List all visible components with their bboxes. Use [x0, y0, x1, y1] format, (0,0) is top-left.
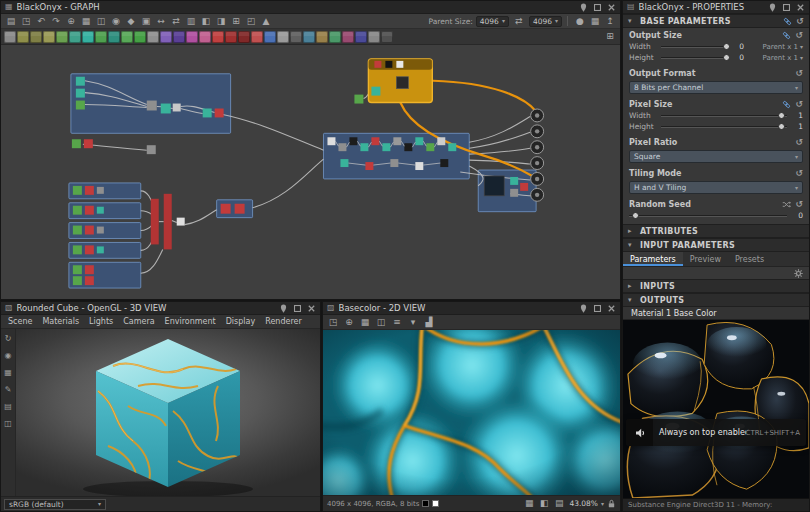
create-node-icon[interactable]: ◆: [124, 15, 138, 28]
node-type-perlin[interactable]: [238, 31, 250, 43]
white-background-swatch[interactable]: [432, 500, 439, 507]
node-type-uniform-color[interactable]: [4, 31, 16, 43]
node-type-warp[interactable]: [95, 31, 107, 43]
palette-grid-icon[interactable]: ⊞: [603, 30, 617, 43]
menu-item[interactable]: Display: [221, 317, 261, 326]
slider-track[interactable]: [629, 211, 787, 220]
section-inputs[interactable]: ▸ INPUTS: [623, 279, 809, 293]
tab-preview[interactable]: Preview: [683, 252, 728, 266]
tab-parameters[interactable]: Parameters: [623, 252, 683, 266]
frame-selection-icon[interactable]: ▣: [139, 15, 153, 28]
node-type-normal[interactable]: [121, 31, 133, 43]
pixel-ratio-dropdown[interactable]: Square ▾: [629, 150, 803, 163]
node-type-pattern-2[interactable]: [316, 31, 328, 43]
reset-icon[interactable]: ↺: [795, 200, 803, 209]
link-wh-icon[interactable]: [782, 31, 791, 40]
camera-reset-icon[interactable]: ↻: [5, 334, 12, 343]
output-format-dropdown[interactable]: 8 Bits per Channel ▾: [629, 81, 803, 94]
parent-multiplier-dropdown[interactable]: Parent x 1▾: [748, 43, 803, 51]
tiling-preview-icon[interactable]: ▦: [588, 15, 602, 28]
slider-knob[interactable]: [778, 112, 785, 119]
node-type-shape[interactable]: [264, 31, 276, 43]
node-type-pattern-4[interactable]: [342, 31, 354, 43]
split-view-icon[interactable]: ◫: [94, 15, 108, 28]
menu-icon[interactable]: ▤: [4, 15, 18, 28]
link-size-icon[interactable]: ⇄: [512, 15, 526, 28]
scene-layers-icon[interactable]: ▤: [4, 402, 12, 411]
maximize-icon[interactable]: [293, 304, 302, 313]
node-type-cells[interactable]: [225, 31, 237, 43]
viewport-2d[interactable]: [323, 330, 620, 495]
pin-icon[interactable]: [768, 3, 777, 12]
expand-nodes-icon[interactable]: ⊞: [229, 15, 243, 28]
node-type-blend[interactable]: [17, 31, 29, 43]
menu-item[interactable]: Camera: [118, 317, 159, 326]
node-type-levels[interactable]: [30, 31, 42, 43]
lock-zoom-icon[interactable]: [607, 499, 616, 508]
node-type-distance[interactable]: [108, 31, 120, 43]
link-wh-icon[interactable]: [782, 100, 791, 109]
close-icon[interactable]: [607, 304, 616, 313]
slider-track[interactable]: [661, 111, 787, 120]
auto-layout-icon[interactable]: ▥: [184, 15, 198, 28]
node-type-tile-generator[interactable]: [277, 31, 289, 43]
node-type-pattern-5[interactable]: [355, 31, 367, 43]
mipmap-icon[interactable]: ▤: [552, 497, 566, 510]
maximize-icon[interactable]: [593, 3, 602, 12]
tiling-toggle-icon[interactable]: ▦: [358, 316, 372, 329]
maximize-icon[interactable]: [782, 3, 791, 12]
add-node-icon[interactable]: ⊕: [64, 15, 78, 28]
section-outputs[interactable]: ▾ OUTPUTS: [623, 293, 809, 307]
background-toggle-icon[interactable]: ◧: [537, 497, 551, 510]
snap-grid-icon[interactable]: ▦: [79, 15, 93, 28]
slider-knob[interactable]: [778, 123, 785, 130]
reset-icon[interactable]: ↺: [796, 17, 804, 26]
slider-track[interactable]: [661, 42, 728, 51]
viewport-split-icon[interactable]: ◫: [4, 419, 12, 428]
slider-knob[interactable]: [632, 212, 639, 219]
parent-size-width-dropdown[interactable]: 4096▾: [476, 16, 509, 27]
node-type-grayscale[interactable]: [147, 31, 159, 43]
filter-display-icon[interactable]: ≡: [390, 316, 404, 329]
close-icon[interactable]: [607, 3, 616, 12]
shuffle-seed-icon[interactable]: [782, 200, 791, 209]
node-type-curve[interactable]: [43, 31, 55, 43]
histogram-icon[interactable]: ▟: [422, 316, 436, 329]
align-right-icon[interactable]: ◨: [214, 15, 228, 28]
parent-multiplier-dropdown[interactable]: Parent x 1▾: [748, 54, 803, 62]
node-type-blur[interactable]: [69, 31, 81, 43]
section-base-parameters[interactable]: ▾ BASE PARAMETERS ↺: [623, 14, 809, 28]
reset-icon[interactable]: ↺: [795, 69, 803, 78]
gear-icon[interactable]: [794, 269, 803, 278]
colorspace-dropdown[interactable]: sRGB (default) ▾: [4, 499, 106, 510]
node-type-clouds[interactable]: [251, 31, 263, 43]
chevron-down-icon[interactable]: ▾: [601, 501, 604, 507]
reset-icon[interactable]: ↺: [795, 100, 803, 109]
node-type-sharpen[interactable]: [82, 31, 94, 43]
slider-knob[interactable]: [723, 43, 730, 50]
node-type-height[interactable]: [134, 31, 146, 43]
light-icon[interactable]: ◉: [5, 351, 12, 360]
node-type-pattern-3[interactable]: [329, 31, 341, 43]
tab-presets[interactable]: Presets: [728, 252, 771, 266]
node-type-gradient[interactable]: [56, 31, 68, 43]
align-left-icon[interactable]: ◧: [199, 15, 213, 28]
pick-color-icon[interactable]: ⊕: [342, 316, 356, 329]
node-type-pattern-6[interactable]: [368, 31, 380, 43]
link-icon[interactable]: [783, 17, 792, 26]
dock-graph-icon[interactable]: ◳: [19, 15, 33, 28]
node-type-transform[interactable]: [186, 31, 198, 43]
select-mode-icon[interactable]: ▲: [259, 15, 273, 28]
close-icon[interactable]: [796, 3, 805, 12]
view-options-icon[interactable]: ▾: [406, 316, 420, 329]
menu-item[interactable]: Materials: [37, 317, 84, 326]
menu-item[interactable]: Environment: [160, 317, 221, 326]
node-type-noise[interactable]: [212, 31, 224, 43]
export-outputs-icon[interactable]: ↥: [603, 15, 617, 28]
node-type-splatter[interactable]: [290, 31, 302, 43]
fit-all-icon[interactable]: ↔: [154, 15, 168, 28]
pin-icon[interactable]: [579, 304, 588, 313]
redo-icon[interactable]: ↷: [49, 15, 63, 28]
wireframe-icon[interactable]: ▦: [4, 368, 12, 377]
grid-toggle-icon[interactable]: ▦: [522, 497, 536, 510]
